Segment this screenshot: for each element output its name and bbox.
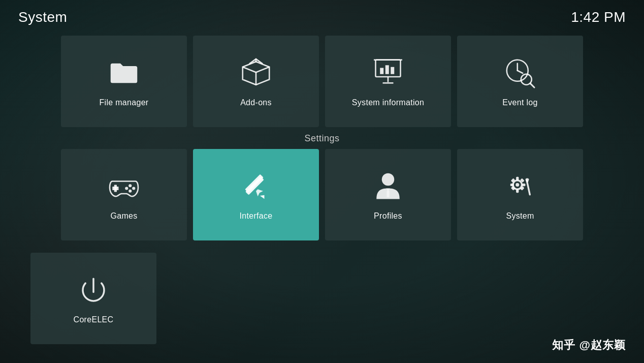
tile-profiles-label: Profiles — [374, 211, 402, 221]
folder-icon — [106, 55, 142, 91]
tile-add-ons-label: Add-ons — [240, 98, 272, 107]
settings-section-label: Settings — [30, 133, 614, 144]
tile-event-log-label: Event log — [502, 98, 537, 107]
power-icon — [76, 273, 111, 308]
svg-marker-23 — [260, 193, 266, 199]
presentation-icon — [370, 55, 406, 91]
tile-system-label: System — [506, 211, 534, 221]
tile-add-ons[interactable]: Add-ons — [193, 36, 319, 127]
tile-coreelec[interactable]: CoreELEC — [30, 253, 156, 344]
svg-rect-4 — [380, 68, 383, 74]
tile-interface[interactable]: Interface — [193, 149, 319, 240]
tile-interface-label: Interface — [240, 211, 273, 221]
box-icon — [238, 55, 274, 91]
svg-rect-35 — [511, 186, 516, 191]
tile-system[interactable]: System — [457, 149, 583, 240]
pencil-tools-icon — [238, 169, 274, 204]
gamepad-icon — [106, 169, 142, 204]
svg-rect-5 — [385, 65, 389, 74]
svg-point-18 — [132, 187, 135, 190]
tile-coreelec-label: CoreELEC — [74, 315, 114, 324]
svg-point-20 — [125, 187, 128, 190]
clock-search-icon — [502, 55, 538, 91]
person-icon — [370, 169, 406, 204]
svg-marker-24 — [256, 189, 263, 196]
svg-point-25 — [382, 173, 395, 186]
svg-point-28 — [516, 183, 519, 187]
svg-point-19 — [128, 190, 132, 193]
clock: 1:42 PM — [571, 9, 626, 25]
tile-games-label: Games — [110, 211, 137, 221]
svg-rect-31 — [510, 184, 514, 186]
svg-rect-29 — [516, 177, 519, 180]
svg-rect-32 — [522, 184, 526, 186]
tile-profiles[interactable]: Profiles — [325, 149, 451, 240]
main-content: File manager Add-ons — [0, 31, 644, 344]
tile-system-information[interactable]: System information — [325, 36, 451, 127]
tile-file-manager[interactable]: File manager — [61, 36, 187, 127]
svg-line-37 — [527, 180, 530, 195]
svg-rect-30 — [516, 189, 519, 193]
svg-line-14 — [530, 83, 534, 87]
svg-line-12 — [518, 71, 523, 73]
svg-rect-22 — [245, 176, 264, 195]
watermark: 知乎 @赵东颖 — [552, 338, 626, 353]
header: System 1:42 PM — [0, 0, 644, 31]
top-tiles-row: File manager Add-ons — [61, 36, 583, 127]
settings-section: Settings Games — [30, 133, 614, 344]
svg-rect-6 — [391, 67, 394, 74]
page-title: System — [18, 9, 67, 25]
settings-tiles-row: Games Interface — [61, 149, 583, 240]
tile-file-manager-label: File manager — [100, 98, 149, 107]
tile-games[interactable]: Games — [61, 149, 187, 240]
svg-rect-26 — [387, 191, 389, 197]
tile-system-info-label: System information — [352, 98, 424, 107]
tile-event-log[interactable]: Event log — [457, 36, 583, 127]
gear-fork-icon — [502, 169, 538, 204]
svg-point-17 — [128, 184, 132, 187]
bottom-tiles-row: CoreELEC — [30, 253, 156, 344]
svg-rect-16 — [112, 187, 118, 190]
